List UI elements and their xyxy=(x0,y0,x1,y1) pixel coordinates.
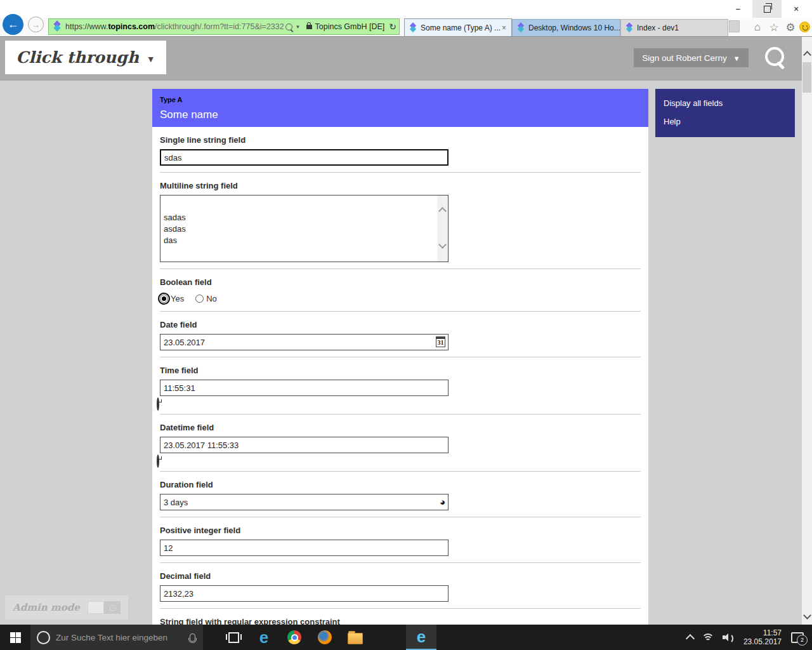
minimize-button[interactable]: − xyxy=(723,0,752,18)
chevron-down-icon: ▼ xyxy=(147,54,155,64)
page-title: Some name xyxy=(160,109,641,121)
field-label: Date field xyxy=(160,312,641,329)
search-options-caret-icon[interactable]: ▼ xyxy=(296,24,301,30)
textarea-scrollbar[interactable] xyxy=(437,196,448,262)
chrome-icon xyxy=(287,630,301,644)
scroll-down-icon[interactable] xyxy=(803,611,811,620)
tab-favicon xyxy=(625,23,634,32)
scroll-up-icon[interactable] xyxy=(438,207,447,215)
boolean-radio-group: Yes No xyxy=(160,291,641,305)
notification-badge: 2 xyxy=(797,635,808,646)
tab-some-name[interactable]: Some name (Type A) ... × xyxy=(404,18,512,36)
field-label: Duration field xyxy=(160,472,641,489)
microphone-icon[interactable] xyxy=(190,633,195,642)
decimal-input[interactable] xyxy=(160,585,449,602)
volume-button[interactable] xyxy=(718,625,738,650)
page-scrollbar[interactable] xyxy=(802,37,812,625)
duration-input[interactable] xyxy=(160,494,449,510)
wifi-button[interactable] xyxy=(698,625,718,650)
tab-desktop-windows[interactable]: Desktop, Windows 10 Ho... xyxy=(512,19,620,36)
taskbar-date: 23.05.2017 xyxy=(743,637,782,646)
cortana-icon xyxy=(37,631,50,644)
single-line-string-input[interactable] xyxy=(160,149,449,166)
home-icon[interactable]: ⌂ xyxy=(750,20,765,35)
display-all-fields-link[interactable]: Display all fields xyxy=(655,94,795,112)
site-header: Click through ▼ Sign out Robert Cerny ▼ xyxy=(0,37,802,81)
restore-button[interactable] xyxy=(752,0,782,18)
type-label: Type A xyxy=(160,96,641,103)
clickthrough-menu-label: Click through xyxy=(16,48,139,67)
tab-label: Some name (Type A) ... xyxy=(421,23,501,32)
window-controls: − × xyxy=(723,0,811,18)
field-label: Decimal field xyxy=(160,563,641,581)
chrome-button[interactable] xyxy=(279,625,310,650)
radio-no[interactable] xyxy=(195,295,204,303)
radio-yes-label: Yes xyxy=(171,294,184,303)
multiline-string-textarea[interactable]: sadas asdas das xyxy=(160,195,449,262)
search-icon[interactable] xyxy=(285,23,292,30)
back-button[interactable]: ← xyxy=(3,14,23,35)
action-center-button[interactable]: 2 xyxy=(787,625,812,650)
tab-label: Index - dev1 xyxy=(637,23,679,32)
task-view-button[interactable] xyxy=(218,625,249,650)
field-label: Single line string field xyxy=(160,127,641,145)
admin-mode-toggle[interactable] xyxy=(88,601,121,614)
forward-button[interactable]: → xyxy=(28,17,44,32)
tab-close-icon[interactable]: × xyxy=(501,23,508,32)
feedback-smiley-icon[interactable] xyxy=(799,22,810,32)
scroll-up-icon[interactable] xyxy=(803,51,811,59)
certificate-owner[interactable]: Topincs GmbH [DE] xyxy=(315,22,385,31)
calendar-icon[interactable]: 31 xyxy=(436,336,445,347)
field-label: Positive integer field xyxy=(160,517,641,535)
help-link[interactable]: Help xyxy=(655,112,795,131)
date-input[interactable] xyxy=(160,334,449,350)
refresh-icon[interactable]: ↻ xyxy=(389,22,396,32)
radio-yes[interactable] xyxy=(160,295,168,303)
tab-favicon xyxy=(517,23,525,32)
datetime-input[interactable] xyxy=(160,437,449,453)
taskbar-search-placeholder: Zur Suche Text hier eingeben xyxy=(56,633,184,642)
edge-icon: e xyxy=(259,629,268,646)
header-search-icon[interactable] xyxy=(764,46,788,71)
address-bar[interactable]: https://www.topincs.com/clickthrough/.fo… xyxy=(48,18,400,35)
tray-expand-button[interactable] xyxy=(683,625,698,650)
taskbar-clock[interactable]: 11:57 23.05.2017 xyxy=(738,628,787,646)
firefox-icon xyxy=(318,630,332,644)
clock-icon[interactable] xyxy=(157,454,159,468)
taskbar-time: 11:57 xyxy=(743,628,782,637)
positive-integer-input[interactable] xyxy=(160,540,449,556)
close-button[interactable]: × xyxy=(782,0,811,18)
task-view-icon xyxy=(228,632,239,643)
firefox-button[interactable] xyxy=(310,625,340,650)
favorites-star-icon[interactable]: ☆ xyxy=(766,20,782,35)
clock-icon[interactable] xyxy=(157,397,159,411)
restore-icon xyxy=(764,6,771,13)
site-favicon xyxy=(53,22,62,32)
url-domain: topincs.com xyxy=(108,22,155,31)
time-input[interactable] xyxy=(160,380,449,396)
scroll-down-icon[interactable] xyxy=(438,241,447,249)
file-explorer-button[interactable] xyxy=(340,625,370,650)
taskbar-search-box[interactable]: Zur Suche Text hier eingeben xyxy=(30,625,203,650)
system-tray: 11:57 23.05.2017 2 xyxy=(683,625,812,650)
sign-out-button[interactable]: Sign out Robert Cerny ▼ xyxy=(634,48,749,67)
new-tab-button[interactable] xyxy=(729,20,740,32)
form-panel: Type A Some name Single line string fiel… xyxy=(152,89,648,650)
radio-no-label: No xyxy=(206,294,217,303)
lock-icon xyxy=(306,25,312,29)
windows-logo-icon xyxy=(10,632,21,643)
edge-button[interactable]: e xyxy=(249,625,279,650)
internet-explorer-button[interactable]: e xyxy=(406,625,436,650)
field-label: Time field xyxy=(160,357,641,375)
file-explorer-icon xyxy=(348,633,363,644)
action-center-icon: 2 xyxy=(791,632,804,643)
field-label: String field with regular expression con… xyxy=(160,609,641,627)
tab-favicon xyxy=(409,23,417,32)
start-button[interactable] xyxy=(0,625,30,650)
duration-icon[interactable]: ◕ xyxy=(440,496,445,507)
scrollbar-thumb[interactable] xyxy=(802,62,811,93)
clickthrough-menu[interactable]: Click through ▼ xyxy=(5,41,166,74)
chevron-down-icon: ▼ xyxy=(733,55,740,62)
tab-index-dev1[interactable]: Index - dev1 xyxy=(620,19,728,36)
settings-gear-icon[interactable]: ⚙ xyxy=(783,20,798,35)
